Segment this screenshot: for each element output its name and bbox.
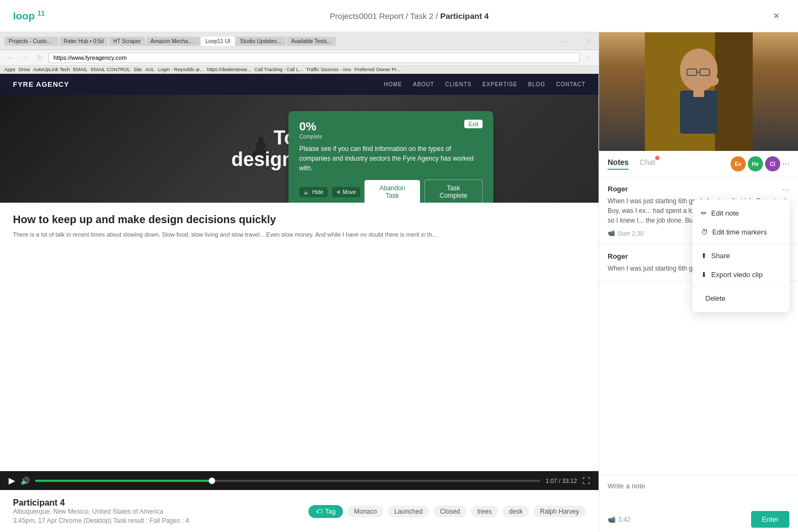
tab-notes[interactable]: Notes (608, 158, 629, 170)
tag-ralphHarvey[interactable]: Ralph Harvey (533, 506, 586, 517)
logo: loop 11 (13, 8, 51, 24)
abandon-task-button[interactable]: Abandon Task (364, 180, 420, 203)
share-icon: ⬆ (701, 252, 707, 260)
menu-divider-2 (692, 286, 789, 287)
tabs-row: Notes Chat Ev He Cl ··· (599, 151, 798, 177)
bookmark-emailcontrol[interactable]: EMAIL CONTROL (91, 67, 130, 72)
nav-link-home[interactable]: HOME (384, 81, 402, 87)
enter-button[interactable]: Enter (751, 511, 789, 528)
tag-trees[interactable]: trees (471, 506, 498, 517)
website-blog: How to keep up and make design decisions… (0, 203, 598, 250)
task-move-button[interactable]: ✛ Move (332, 187, 360, 197)
complete-task-button[interactable]: Task Complete (424, 179, 483, 203)
nav-link-about[interactable]: ABOUT (413, 81, 434, 87)
note-footer: 📹 3:42 Enter (599, 507, 798, 532)
participant-name: Participant 4 (13, 498, 189, 508)
browser-tab[interactable]: Available Tests... (287, 37, 336, 46)
menu-edit-note[interactable]: ✏ Edit note (692, 204, 789, 223)
bookmark-site[interactable]: Site (134, 67, 142, 72)
bookmark-drive[interactable]: Drive (19, 67, 30, 72)
tag-closed[interactable]: Closed (434, 506, 466, 517)
tag-launched[interactable]: Launched (388, 506, 429, 517)
browser-chrome: Projects - Custome... Rater Hub • 0:5d H… (0, 32, 598, 50)
menu-delete[interactable]: Delete (692, 289, 789, 308)
tags-section: 🏷 Tag Monaco Launched Closed trees desk … (308, 505, 586, 518)
browser-area: Projects - Custome... Rater Hub • 0:5d H… (0, 32, 598, 490)
back-button[interactable]: ← (4, 52, 16, 63)
browser-tab[interactable]: Amazon Mechanic... (146, 37, 200, 46)
browser-maximize[interactable]: □ (572, 36, 580, 46)
bookmark-apps[interactable]: Apps (4, 67, 16, 72)
bookmark-aul[interactable]: AUL (145, 67, 155, 72)
website-nav-links: HOME ABOUT CLIENTS EXPERTISE BLOG CONTAC… (384, 81, 586, 87)
browser-tab-active[interactable]: Loop11 UI (201, 37, 235, 46)
webcam-feed (599, 32, 798, 151)
website-content: FYRE AGENCY HOME ABOUT CLIENTS EXPERTISE… (0, 74, 598, 471)
more-users-button[interactable]: ··· (782, 159, 789, 169)
tag-desk[interactable]: desk (503, 506, 529, 517)
webcam-area (599, 32, 798, 151)
bookmark-login[interactable]: Login - Reynolds ar... (158, 67, 204, 72)
bookmark-preferred[interactable]: Preferred Owner Pr... (354, 67, 400, 72)
browser-tab[interactable]: Rater Hub • 0:5d (59, 37, 108, 46)
tab-chat[interactable]: Chat (639, 158, 656, 170)
task-hide-button[interactable]: 🔈 Hide (299, 187, 328, 197)
forward-button[interactable]: → (19, 52, 31, 63)
export-icon: ⬇ (701, 271, 707, 279)
refresh-button[interactable]: ↻ (35, 52, 45, 63)
task-exit-button[interactable]: Exit (464, 120, 483, 128)
bookmark-traffic[interactable]: Traffic Sources - Anu (306, 67, 352, 72)
video-icon-small: 📹 (608, 516, 616, 523)
url-bar[interactable] (49, 52, 580, 63)
tabs-left: Notes Chat (608, 158, 655, 170)
browser-tab[interactable]: Studio Updates... (236, 37, 286, 46)
svg-rect-9 (693, 89, 704, 97)
browser-controls: ← → ↻ ☆ (0, 50, 598, 66)
participant-info: Participant 4 Albuquerque, New Mexico, U… (0, 490, 598, 532)
edit-icon: ✏ (701, 209, 707, 217)
bookmarks-bar: Apps Drive AutoUpLink Tech EMAIL EMAIL C… (0, 66, 598, 74)
tag-button[interactable]: 🏷 Tag (308, 505, 343, 518)
video-progress-bar[interactable] (35, 480, 540, 482)
write-note-area (599, 475, 798, 507)
svg-text:11: 11 (38, 10, 45, 17)
bookmark-button[interactable]: ☆ (583, 52, 594, 63)
nav-link-blog[interactable]: BLOG (528, 81, 546, 87)
nav-link-contact[interactable]: CONTACT (556, 81, 586, 87)
task-progress: 0% (299, 120, 322, 134)
bookmark-call1[interactable]: Call Tracking : Call L... (254, 67, 303, 72)
bookmark-dealer[interactable]: https://dealerstrear... (207, 67, 251, 72)
nav-link-expertise[interactable]: EXPERTISE (483, 81, 518, 87)
svg-text:loop: loop (13, 10, 35, 22)
play-button[interactable]: ▶ (9, 475, 15, 486)
menu-share[interactable]: ⬆ Share (692, 246, 789, 265)
breadcrumb: Projects0001 Report / Task 2 / Participa… (330, 11, 489, 20)
left-panel: Projects - Custome... Rater Hub • 0:5d H… (0, 32, 598, 532)
bookmark-autouplinktech[interactable]: AutoUpLink Tech (33, 67, 70, 72)
note-timestamp: 📹 3:42 (608, 516, 630, 523)
browser-close[interactable]: ✕ (583, 36, 594, 46)
person-silhouette (645, 32, 753, 151)
nav-link-clients[interactable]: CLIENTS (445, 81, 471, 87)
top-bar: loop 11 Projects0001 Report / Task 2 / P… (0, 0, 798, 32)
menu-export[interactable]: ⬇ Export viedo clip (692, 265, 789, 284)
write-note-input[interactable] (608, 482, 789, 498)
avatar-cl: Cl (765, 156, 780, 171)
task-header: 0% Complete Exit (299, 120, 483, 140)
browser-minimize[interactable]: — (556, 36, 568, 46)
bookmark-email[interactable]: EMAIL (73, 67, 87, 72)
context-menu: ✏ Edit note ⏱ Edit time markers ⬆ Share … (692, 199, 789, 312)
menu-edit-time[interactable]: ⏱ Edit time markers (692, 223, 789, 241)
chat-notification-badge (655, 156, 659, 160)
note-options-button[interactable]: ··· (782, 185, 789, 195)
browser-tab[interactable]: Projects - Custome... (4, 37, 58, 46)
avatar-ev: Ev (731, 156, 746, 171)
close-button[interactable]: × (768, 8, 785, 25)
tag-monaco[interactable]: Monaco (347, 506, 383, 517)
fullscreen-button[interactable]: ⛶ (582, 476, 590, 485)
website-nav: FYRE AGENCY HOME ABOUT CLIENTS EXPERTISE… (0, 74, 598, 95)
website-hero: ♟ ♜ ♚ Tomodesigns, today 0% Complete Exi… (0, 95, 598, 203)
blog-heading: How to keep up and make design decisions… (13, 213, 586, 226)
browser-tab[interactable]: HT Scraper (109, 37, 145, 46)
volume-button[interactable]: 🔊 (20, 476, 30, 485)
